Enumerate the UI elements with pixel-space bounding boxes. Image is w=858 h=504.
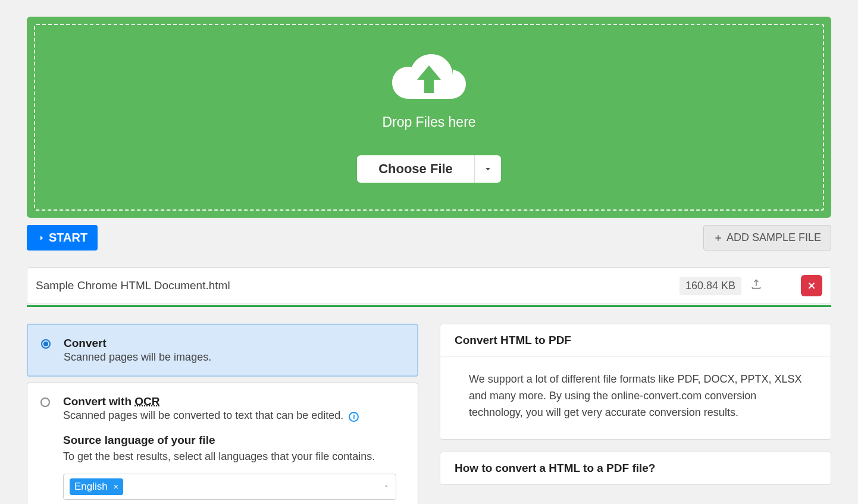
- panel-howto-title: How to convert a HTML to a PDF file?: [440, 452, 831, 484]
- option-ocr-desc-text: Scanned pages will be converted to text …: [63, 409, 343, 421]
- dropzone-inner: Drop Files here Choose File: [34, 24, 824, 211]
- file-progress-bar: [27, 305, 831, 307]
- option-convert[interactable]: Convert Scanned pages will be images.: [27, 324, 418, 377]
- choose-file-button[interactable]: Choose File: [357, 155, 474, 183]
- choose-file-group: Choose File: [357, 155, 501, 183]
- option-convert-title: Convert: [64, 337, 211, 350]
- start-button[interactable]: START: [27, 225, 98, 251]
- caret-down-icon: [383, 483, 390, 490]
- info-icon[interactable]: i: [349, 412, 359, 422]
- info-column: Convert HTML to PDF We support a lot of …: [440, 324, 831, 504]
- drop-label: Drop Files here: [382, 114, 475, 130]
- chevron-down-icon: [483, 164, 493, 174]
- panel-convert-info-body: We support a lot of different file forma…: [440, 357, 831, 439]
- radio-convert[interactable]: [41, 339, 51, 349]
- language-select[interactable]: English ×: [63, 474, 396, 500]
- actions-row: START ADD SAMPLE FILE: [27, 225, 831, 251]
- lang-section-title: Source language of your file: [63, 434, 405, 447]
- add-sample-label: ADD SAMPLE FILE: [727, 231, 821, 244]
- ocr-abbr: OCR: [134, 395, 159, 408]
- option-ocr-title-pre: Convert with: [63, 395, 134, 408]
- option-ocr-desc: Scanned pages will be converted to text …: [63, 409, 405, 422]
- panel-convert-info: Convert HTML to PDF We support a lot of …: [440, 324, 831, 440]
- file-size: 160.84 KB: [679, 277, 741, 295]
- panel-convert-info-title: Convert HTML to PDF: [440, 324, 831, 357]
- cloud-upload-icon: [387, 49, 471, 105]
- language-chip: English ×: [70, 478, 123, 495]
- add-sample-button[interactable]: ADD SAMPLE FILE: [703, 225, 831, 251]
- language-chip-label: English: [74, 481, 108, 493]
- chevron-right-icon: [37, 232, 46, 244]
- panel-howto[interactable]: How to convert a HTML to a PDF file?: [440, 452, 831, 485]
- remove-file-button[interactable]: [801, 275, 822, 296]
- option-ocr-title: Convert with OCR: [63, 395, 405, 408]
- close-icon: [807, 281, 816, 290]
- radio-ocr[interactable]: [40, 397, 50, 407]
- choose-file-dropdown[interactable]: [474, 155, 501, 183]
- option-convert-desc: Scanned pages will be images.: [64, 351, 211, 364]
- language-select-caret: [383, 481, 390, 492]
- plus-icon: [713, 233, 723, 243]
- lang-section-desc: To get the best results, select all lang…: [63, 450, 405, 463]
- file-name: Sample Chrome HTML Document.html: [36, 279, 679, 292]
- language-chip-remove[interactable]: ×: [114, 482, 118, 492]
- lower-grid: Convert Scanned pages will be images. Co…: [27, 324, 831, 504]
- file-row: Sample Chrome HTML Document.html 160.84 …: [27, 267, 831, 304]
- upload-status-icon: [750, 278, 763, 293]
- start-label: START: [49, 231, 87, 245]
- option-ocr[interactable]: Convert with OCR Scanned pages will be c…: [27, 383, 418, 504]
- dropzone[interactable]: Drop Files here Choose File: [27, 17, 831, 218]
- options-column: Convert Scanned pages will be images. Co…: [27, 324, 418, 504]
